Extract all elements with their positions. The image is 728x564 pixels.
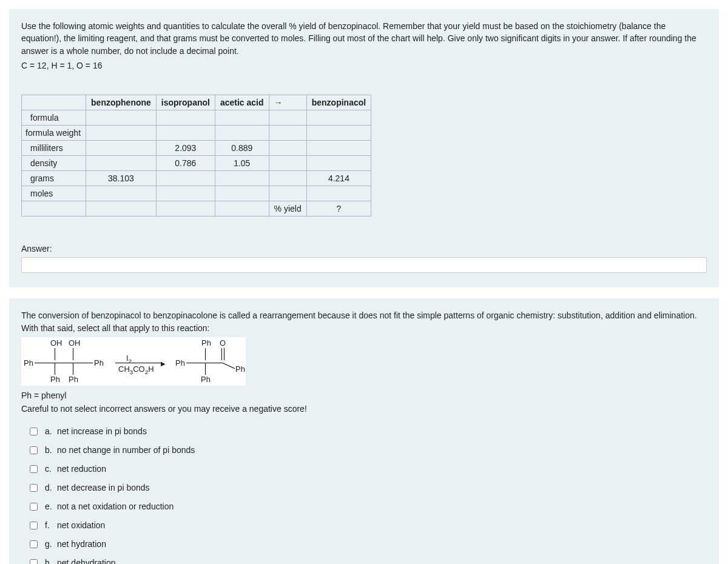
label-catalyst: CH3CO2H: [118, 364, 154, 375]
option-a: a. net increase in pi bonds: [27, 425, 707, 436]
ml-isopropanol: 2.093: [156, 140, 215, 155]
row-formula: formula: [22, 110, 86, 125]
ml-acetic-acid: 0.889: [215, 140, 269, 155]
row-moles: moles: [22, 186, 86, 201]
stoichiometry-table: benzophenone isopropanol acetic acid → b…: [21, 95, 371, 217]
checkbox-b[interactable]: [30, 446, 38, 454]
options-list: a. net increase in pi bonds b. no net ch…: [27, 425, 707, 564]
label-ph-r3: Ph: [235, 364, 245, 374]
option-d: d. net decrease in pi bonds: [27, 481, 707, 492]
g-benzopinacol: 4.214: [306, 170, 371, 186]
question-1: Use the following atomic weights and qua…: [9, 9, 719, 287]
answer-input[interactable]: [21, 257, 707, 273]
letter-e: e.: [45, 502, 57, 511]
label-ph-l2: Ph: [94, 358, 104, 368]
text-e: not a net oxidation or reduction: [57, 502, 174, 511]
header-acetic-acid: acetic acid: [215, 95, 269, 110]
label-ph-r4: Ph: [201, 375, 211, 384]
option-e: e. not a net oxidation or reduction: [27, 500, 707, 511]
arrow-head-icon: ▶: [161, 360, 166, 367]
letter-f: f.: [45, 520, 57, 530]
checkbox-e[interactable]: [30, 503, 38, 511]
letter-h: h.: [45, 558, 57, 564]
option-b: b. no net change in number of pi bonds: [27, 443, 707, 455]
checkbox-c[interactable]: [30, 465, 38, 473]
text-g: net hydration: [57, 539, 106, 549]
question-2: The conversion of benzopinacol to benzop…: [9, 298, 719, 564]
label-ph-r2: Ph: [175, 358, 185, 368]
row-grams: grams: [22, 170, 86, 186]
text-h: net dehydration: [57, 558, 116, 564]
reaction-diagram: OH OH Ph Ph Ph Ph I2 ▶ CH3CO2H Ph O Ph P…: [21, 337, 246, 386]
text-b: no net change in number of pi bonds: [57, 445, 195, 455]
header-benzopinacol: benzopinacol: [306, 95, 371, 110]
q1-instruction: Use the following atomic weights and qua…: [21, 20, 707, 57]
label-ph-r1: Ph: [201, 338, 211, 347]
option-f: f. net oxidation: [27, 519, 707, 530]
label-ph-l1: Ph: [24, 358, 33, 368]
checkbox-f[interactable]: [30, 522, 38, 529]
row-milliliters: milliliters: [22, 140, 86, 155]
label-ph-l3: Ph: [50, 375, 60, 384]
g-benzophenone: 38.103: [86, 170, 157, 186]
row-density: density: [22, 155, 86, 170]
q1-atomic-weights: C = 12, H = 1, O = 16: [21, 61, 707, 70]
header-blank: [22, 95, 86, 110]
option-c: c. net reduction: [27, 462, 707, 474]
header-arrow: →: [269, 95, 306, 110]
checkbox-g[interactable]: [30, 540, 38, 548]
answer-label: Answer:: [21, 244, 707, 253]
letter-a: a.: [45, 426, 57, 436]
letter-c: c.: [45, 464, 57, 474]
letter-g: g.: [45, 539, 57, 549]
q2-instruction: The conversion of benzopinacol to benzop…: [21, 309, 707, 335]
label-ph-l4: Ph: [69, 375, 78, 384]
header-isopropanol: isopropanol: [156, 95, 215, 110]
option-g: g. net hydration: [27, 537, 707, 549]
checkbox-d[interactable]: [30, 484, 38, 492]
dens-isopropanol: 0.786: [156, 155, 215, 170]
letter-d: d.: [45, 483, 57, 492]
text-c: net reduction: [57, 464, 106, 474]
pct-yield-label: % yield: [269, 201, 306, 216]
text-f: net oxidation: [57, 520, 105, 530]
pct-yield-value: ?: [306, 201, 371, 216]
warning-text: Careful to not select incorrect answers …: [21, 404, 707, 414]
label-oh1: OH: [50, 338, 62, 347]
dens-acetic-acid: 1.05: [215, 155, 269, 170]
checkbox-a[interactable]: [30, 428, 38, 435]
ph-caption: Ph = phenyl: [21, 391, 707, 400]
label-oh2: OH: [69, 338, 81, 347]
text-a: net increase in pi bonds: [57, 426, 147, 436]
letter-b: b.: [45, 445, 57, 455]
option-h: h. net dehydration: [27, 556, 707, 564]
label-o: O: [220, 338, 226, 347]
row-formula-weight: formula weight: [22, 125, 86, 140]
checkbox-h[interactable]: [30, 559, 38, 564]
header-benzophenone: benzophenone: [86, 95, 157, 110]
text-d: net decrease in pi bonds: [57, 483, 150, 492]
